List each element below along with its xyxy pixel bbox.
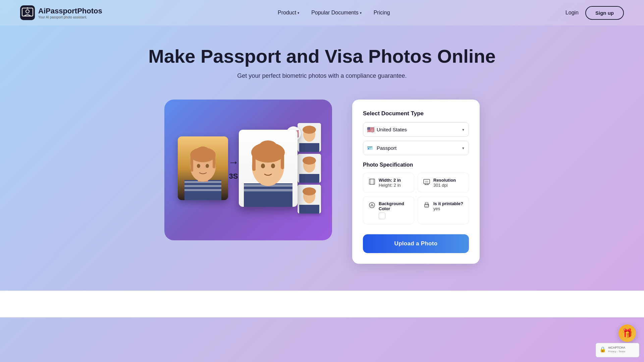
- gift-float-button[interactable]: 🎁: [619, 324, 636, 342]
- product-chevron-icon: ▾: [298, 11, 299, 15]
- svg-point-27: [271, 164, 275, 168]
- footer-area: [0, 291, 644, 317]
- width-label: Width: 2 in: [379, 178, 401, 183]
- svg-point-26: [261, 164, 265, 168]
- svg-point-3: [27, 7, 28, 9]
- form-section-title: Select Document Type: [363, 110, 469, 117]
- navbar: AiPassportPhotos Your AI passport photo …: [0, 0, 644, 25]
- logo-title: AiPassportPhotos: [38, 7, 102, 15]
- popular-docs-chevron-icon: ▾: [360, 11, 362, 15]
- country-select-wrapper: 🇺🇸 United States United Kingdom Canada A…: [363, 122, 469, 137]
- logo-subtitle: Your AI passport photo assistant.: [38, 15, 102, 19]
- bg-color-label: Background Color: [379, 201, 409, 211]
- logo-link[interactable]: AiPassportPhotos Your AI passport photo …: [20, 5, 102, 20]
- nav-actions: Login Sign up: [566, 6, 624, 20]
- height-label: Height: 2 in: [379, 183, 401, 188]
- svg-rect-20: [244, 189, 292, 191]
- nav-pricing[interactable]: Pricing: [374, 10, 390, 16]
- nav-links: Product ▾ Popular Documents ▾ Pricing: [278, 10, 390, 16]
- photo-before: [178, 136, 228, 200]
- svg-rect-12: [191, 155, 193, 172]
- svg-rect-48: [425, 181, 428, 183]
- hero-title: Make Passport and Visa Photos Online: [7, 46, 637, 67]
- photo-small-1: [298, 123, 321, 152]
- transition-area: → 3S: [228, 156, 239, 181]
- recaptcha-brand: reCAPTCHA: [608, 346, 626, 350]
- photo-demo: → 3S 🇺🇸: [164, 100, 332, 240]
- doctype-select-wrapper: 🪪 Passport Visa ID Card ▾: [363, 141, 469, 155]
- arrow-icon: →: [228, 156, 239, 169]
- svg-rect-18: [244, 183, 292, 207]
- form-card: Select Document Type 🇺🇸 United States Un…: [352, 100, 480, 264]
- printable-val: yes: [433, 206, 463, 211]
- after-photo-area: 🇺🇸: [239, 130, 298, 207]
- nav-signup-button[interactable]: Sign up: [585, 6, 624, 20]
- spec-bg-color: Background Color: [363, 196, 414, 224]
- recaptcha-terms: Privacy - Terms: [608, 350, 626, 353]
- svg-point-16: [196, 146, 210, 157]
- photo-small-3: [298, 185, 321, 214]
- svg-rect-8: [184, 189, 221, 191]
- nav-product[interactable]: Product ▾: [278, 10, 299, 16]
- recaptcha-logo: 🔒: [599, 346, 606, 353]
- printable-label: Is it printable?: [433, 201, 463, 206]
- spec-dimensions: Width: 2 in Height: 2 in: [363, 173, 414, 193]
- doctype-select[interactable]: Passport Visa ID Card: [363, 141, 469, 155]
- svg-point-35: [303, 157, 316, 165]
- svg-rect-7: [184, 185, 221, 187]
- svg-rect-53: [425, 206, 428, 207]
- hero-subtitle: Get your perfect biometric photos with a…: [7, 72, 637, 79]
- svg-point-31: [303, 126, 316, 134]
- resolution-val: 301 dpi: [433, 183, 456, 188]
- nav-popular-docs[interactable]: Popular Documents ▾: [311, 10, 362, 16]
- svg-rect-25: [281, 153, 284, 169]
- logo-icon: [20, 5, 35, 20]
- svg-rect-32: [299, 143, 319, 152]
- svg-point-54: [428, 205, 429, 205]
- resolution-key: Resolution: [433, 178, 456, 183]
- bg-color-swatch: [379, 213, 385, 219]
- upload-photo-button[interactable]: Upload a Photo: [363, 234, 469, 253]
- dimensions-icon: [369, 178, 375, 187]
- resolution-icon: [423, 178, 430, 187]
- timer-label: 3S: [229, 172, 238, 181]
- photo-small-2: [298, 154, 321, 183]
- main-section: → 3S 🇺🇸: [87, 86, 557, 277]
- svg-point-39: [303, 187, 316, 195]
- svg-point-28: [259, 140, 277, 154]
- svg-rect-40: [299, 205, 319, 214]
- photo-after-main: [239, 130, 298, 207]
- svg-point-15: [206, 164, 209, 168]
- printable-icon: [423, 202, 430, 210]
- recaptcha-widget: 🔒 reCAPTCHA Privacy - Terms: [596, 343, 639, 357]
- svg-rect-24: [252, 153, 256, 171]
- hero-section: Make Passport and Visa Photos Online Get…: [0, 25, 644, 86]
- svg-rect-52: [425, 202, 428, 205]
- photo-strip: [298, 123, 321, 214]
- nav-login[interactable]: Login: [566, 10, 579, 16]
- svg-point-14: [197, 164, 200, 168]
- country-select[interactable]: United States United Kingdom Canada Aust…: [363, 122, 469, 137]
- svg-rect-36: [299, 174, 319, 183]
- svg-rect-41: [369, 179, 375, 184]
- bg-color-icon: [369, 202, 375, 210]
- spec-grid: Width: 2 in Height: 2 in Resolution: [363, 173, 469, 224]
- spec-label: Photo Specification: [363, 162, 469, 168]
- spec-resolution: Resolution 301 dpi: [418, 173, 469, 193]
- spec-printable: Is it printable? yes: [418, 196, 469, 224]
- demo-card: → 3S 🇺🇸: [164, 100, 332, 240]
- svg-rect-13: [213, 155, 215, 168]
- svg-point-49: [369, 202, 375, 208]
